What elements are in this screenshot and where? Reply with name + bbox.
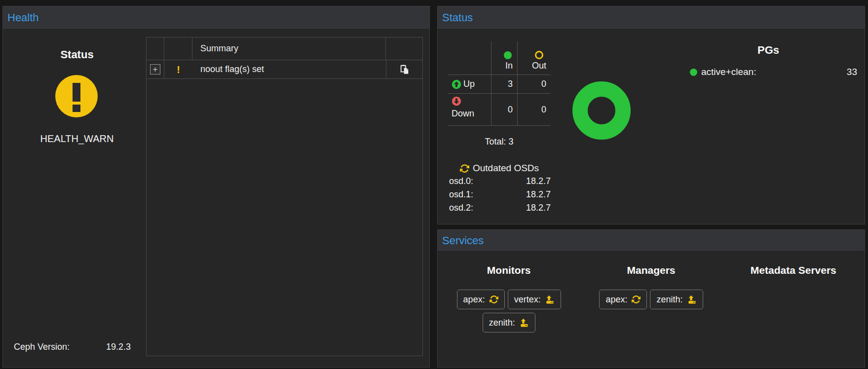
health-panel-header: Health — [3, 6, 429, 30]
pg-state-count: 33 — [847, 67, 857, 77]
service-button-monitor-zenith[interactable]: zenith: — [483, 313, 535, 332]
ceph-version-value: 19.2.3 — [106, 342, 131, 352]
summary-table-header-row: Summary — [147, 37, 422, 60]
actions-column-header — [386, 37, 422, 60]
down-row-label: Down — [452, 109, 491, 119]
pgs-legend-row: active+clean: 33 — [687, 67, 857, 77]
exclamation-bar — [73, 83, 80, 102]
active-clean-dot-icon — [690, 69, 697, 76]
summary-column-header[interactable]: Summary — [192, 37, 386, 60]
pgs-title: PGs — [679, 44, 857, 57]
in-column-header: In — [505, 61, 513, 71]
status-panel-header: Status — [438, 6, 865, 30]
services-panel: Services Monitors apex: — [437, 229, 865, 368]
service-button-monitor-apex[interactable]: apex: — [457, 290, 505, 309]
osd-state-table: In Out Up 3 0 — [448, 41, 551, 126]
warning-severity-icon: ! — [177, 64, 180, 75]
health-status-value: HEALTH_WARN — [3, 133, 151, 145]
service-button-manager-zenith[interactable]: zenith: — [650, 290, 703, 309]
services-panel-header: Services — [438, 230, 865, 252]
osd-total-label: Total: 3 — [448, 137, 551, 147]
service-button-manager-apex[interactable]: apex: — [599, 290, 647, 309]
outdated-osds-heading: Outdated OSDs — [438, 163, 561, 174]
health-panel: Health Status HEALTH_WARN Ceph Version: … — [2, 6, 430, 368]
circle-arrow-up-icon — [452, 79, 461, 89]
summary-cell-text: noout flag(s) set — [200, 64, 264, 74]
copy-icon[interactable] — [399, 64, 410, 75]
monitors-heading: Monitors — [487, 264, 531, 276]
monitors-column: Monitors apex: vertex: — [438, 252, 580, 368]
osd-down-in-count: 0 — [508, 105, 513, 115]
outdated-osds-label: Outdated OSDs — [473, 163, 539, 174]
osd-version: 18.2.7 — [526, 188, 551, 201]
status-panel: Status In Out — [437, 6, 865, 224]
health-status-heading: Status — [3, 48, 151, 61]
osd-version: 18.2.7 — [526, 175, 551, 188]
table-row[interactable]: + ! noout flag(s) set — [147, 60, 422, 79]
upload-icon — [545, 295, 555, 304]
osd-name: osd.1: — [449, 188, 473, 201]
upload-icon — [687, 295, 697, 304]
expander-column-header — [147, 37, 164, 60]
list-item: osd.0: 18.2.7 — [449, 175, 551, 188]
ceph-version-row: Ceph Version: 19.2.3 — [14, 342, 131, 352]
services-panel-title: Services — [442, 234, 484, 247]
circle-arrow-down-icon — [452, 96, 461, 106]
health-panel-title: Health — [7, 11, 39, 24]
service-button-label: zenith: — [656, 295, 682, 305]
osd-version: 18.2.7 — [526, 201, 551, 215]
severity-column-header — [164, 37, 192, 60]
outdated-osds-list: osd.0: 18.2.7 osd.1: 18.2.7 osd.2: 18.2.… — [449, 175, 551, 215]
refresh-icon — [632, 295, 641, 304]
out-column-header: Out — [532, 61, 546, 71]
osd-name: osd.0: — [449, 175, 473, 188]
upload-icon — [520, 318, 529, 328]
expand-row-icon[interactable]: + — [150, 64, 160, 74]
osd-name: osd.2: — [449, 201, 473, 215]
managers-heading: Managers — [627, 264, 675, 276]
service-button-label: zenith: — [489, 318, 515, 328]
list-item: osd.1: 18.2.7 — [449, 188, 551, 201]
service-button-monitor-vertex[interactable]: vertex: — [508, 290, 561, 309]
service-button-label: apex: — [605, 295, 627, 305]
metadata-servers-heading: Metadata Servers — [751, 264, 836, 276]
ceph-version-label: Ceph Version: — [14, 342, 70, 352]
osd-down-out-count: 0 — [541, 105, 546, 115]
osd-up-out-count: 0 — [541, 79, 546, 89]
service-button-label: vertex: — [514, 295, 541, 305]
refresh-icon — [490, 295, 498, 304]
up-row-label: Up — [463, 79, 475, 89]
exclamation-dot — [73, 105, 80, 112]
list-item: osd.2: 18.2.7 — [449, 201, 551, 215]
in-dot-icon — [504, 51, 512, 59]
health-summary-table: Summary + ! noout flag(s) set — [146, 37, 423, 356]
osd-up-in-count: 3 — [508, 79, 513, 89]
metadata-servers-column: Metadata Servers — [722, 252, 865, 368]
service-button-label: apex: — [463, 295, 485, 305]
managers-column: Managers apex: zenith: — [580, 252, 722, 368]
pgs-donut-chart — [572, 81, 631, 140]
summary-column-header-label: Summary — [200, 43, 238, 54]
pg-state-label: active+clean: — [701, 67, 756, 77]
out-ring-icon — [535, 51, 543, 59]
refresh-icon — [460, 164, 469, 173]
status-panel-title: Status — [442, 11, 473, 24]
warning-circle-icon — [55, 75, 98, 117]
